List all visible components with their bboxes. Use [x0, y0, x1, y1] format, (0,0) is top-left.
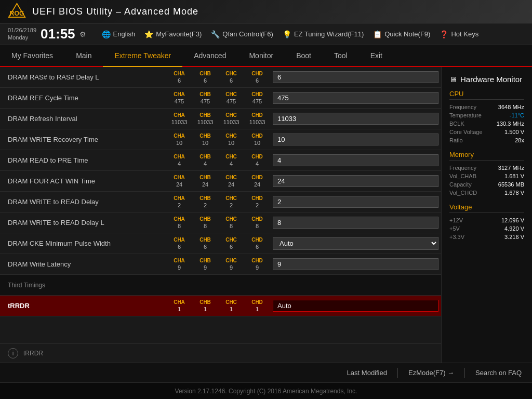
nav-tool[interactable]: Tool [323, 45, 359, 66]
value-input[interactable] [273, 113, 438, 125]
row-channels: CHA9 CHB9 CHC9 CHD9 [166, 257, 270, 271]
section-header: Third Timings [0, 275, 441, 296]
sidebar-row: Capacity 65536 MB [449, 181, 524, 188]
separator [464, 368, 465, 378]
table-row: DRAM FOUR ACT WIN Time CHA24 CHB24 CHC24… [0, 171, 441, 192]
info-row: i tRRDR [0, 343, 441, 363]
app-title: UEFI BIOS Utility – Advanced Mode [32, 6, 198, 17]
value-input[interactable] [273, 196, 438, 208]
topbar-qfan[interactable]: 🔧 Qfan Control(F6) [211, 30, 273, 38]
channel-chd: CHD24 [244, 174, 270, 188]
sidebar-row: Vol_CHCD 1.678 V [449, 190, 524, 196]
topbar-eztuning[interactable]: 💡 EZ Tuning Wizard(F11) [283, 30, 364, 38]
nav-myfavorites[interactable]: My Favorites [0, 45, 64, 66]
selected-table-row[interactable]: tRRDR CHA1 CHB1 CHC1 CHD1 [0, 296, 441, 316]
value-input-selected[interactable] [273, 300, 438, 312]
topbar-quicknote[interactable]: 📋 Quick Note(F9) [373, 30, 430, 38]
channel-chd: CHD10 [244, 132, 270, 147]
table-row: DRAM REF Cycle Time CHA475 CHB475 CHC475… [0, 88, 441, 109]
channel-chc: CHC6 [218, 70, 244, 84]
row-value [270, 175, 441, 187]
channel-chc: CHC10 [218, 132, 244, 147]
myfavorite-icon: ⭐ [144, 30, 153, 38]
last-modified-button[interactable]: Last Modified [347, 369, 387, 377]
channel-chc: CHC8 [218, 216, 244, 230]
value-input[interactable] [273, 154, 438, 166]
sidebar-value: 3648 MHz [498, 104, 524, 110]
channel-cha: CHA2 [166, 195, 192, 209]
value-input[interactable] [273, 71, 438, 83]
value-input[interactable] [273, 258, 438, 270]
value-input[interactable] [273, 217, 438, 229]
row-channels: CHA11033 CHB11033 CHC11033 CHD11033 [166, 112, 270, 126]
row-value [270, 300, 441, 312]
value-input[interactable] [273, 92, 438, 104]
sidebar-label: +12V [449, 217, 463, 223]
channel-chb: CHB9 [192, 257, 218, 271]
channel-chb: CHB2 [192, 195, 218, 209]
svg-text:ROG: ROG [10, 9, 24, 17]
nav-advanced[interactable]: Advanced [182, 45, 237, 66]
content-area: DRAM RAS# to RAS# Delay L CHA6 CHB6 CHC6… [0, 67, 441, 343]
nav-exit[interactable]: Exit [359, 45, 394, 66]
topbar-language-label: English [113, 30, 136, 38]
row-value: Auto [270, 237, 441, 250]
row-channels: CHA2 CHB2 CHC2 CHD2 [166, 195, 270, 209]
navbar: My Favorites Main Extreme Tweaker Advanc… [0, 45, 532, 67]
nav-extremetweaker[interactable]: Extreme Tweaker [103, 45, 182, 67]
topbar: 01/26/2189 Monday 01:55 ⚙ 🌐 English ⭐ My… [0, 23, 532, 45]
row-label: DRAM REF Cycle Time [0, 94, 166, 102]
row-value [270, 92, 441, 104]
ezmode-button[interactable]: EzMode(F7) → [408, 369, 454, 377]
row-label: DRAM WRITE Recovery Time [0, 136, 166, 143]
sidebar-memory-section: Memory Frequency 3127 MHz Vol_CHAB 1.681… [449, 151, 524, 196]
value-input[interactable] [273, 134, 438, 145]
eztuning-icon: 💡 [283, 30, 291, 38]
hotkeys-icon: ❓ [440, 30, 448, 38]
table-row: DRAM RAS# to RAS# Delay L CHA6 CHB6 CHC6… [0, 67, 441, 88]
section-title: Third Timings [8, 282, 45, 289]
sidebar-value: 3127 MHz [498, 165, 524, 171]
sidebar-voltage-title: Voltage [449, 203, 524, 213]
sidebar-row: Temperature -11°C [449, 112, 524, 118]
sidebar-value: 130.3 MHz [497, 121, 524, 127]
channel-chd: CHD4 [244, 153, 270, 167]
channel-cha: CHA9 [166, 257, 192, 271]
table-row: DRAM WRITE Recovery Time CHA10 CHB10 CHC… [0, 129, 441, 150]
channel-chd: CHD11033 [244, 112, 270, 126]
channel-chb: CHB1 [192, 299, 218, 313]
topbar-items: 🌐 English ⭐ MyFavorite(F3) 🔧 Qfan Contro… [102, 30, 524, 38]
nav-main[interactable]: Main [64, 45, 103, 66]
value-input[interactable] [273, 175, 438, 187]
sidebar-cpu-section: CPU Frequency 3648 MHz Temperature -11°C… [449, 90, 524, 143]
channel-chc: CHC24 [218, 174, 244, 188]
sidebar-row: +5V 4.920 V [449, 225, 524, 232]
topbar-language[interactable]: 🌐 English [102, 30, 136, 38]
settings-icon[interactable]: ⚙ [79, 30, 86, 38]
time-display: 01:55 [41, 26, 75, 42]
channel-chb: CHB4 [192, 153, 218, 167]
topbar-hotkeys[interactable]: ❓ Hot Keys [440, 30, 478, 38]
sidebar-title: 🖥 Hardware Monitor [449, 75, 524, 84]
qfan-icon: 🔧 [211, 30, 220, 38]
topbar-myfavorite[interactable]: ⭐ MyFavorite(F3) [144, 30, 202, 38]
rog-logo-icon: ROG [8, 3, 26, 21]
monitor-icon: 🖥 [449, 75, 457, 84]
row-value [270, 196, 441, 208]
row-channels: CHA8 CHB8 CHC8 CHD8 [166, 216, 270, 230]
channel-chd: CHD9 [244, 257, 270, 271]
sidebar: 🖥 Hardware Monitor CPU Frequency 3648 MH… [441, 67, 532, 363]
header: ROG UEFI BIOS Utility – Advanced Mode [0, 0, 532, 23]
channel-chb: CHB6 [192, 70, 218, 84]
row-label: DRAM WRITE to READ Delay L [0, 219, 166, 227]
search-faq-button[interactable]: Search on FAQ [475, 369, 522, 377]
topbar-qfan-label: Qfan Control(F6) [222, 30, 273, 38]
nav-boot[interactable]: Boot [285, 45, 323, 66]
sidebar-row: Ratio 28x [449, 137, 524, 143]
sidebar-value: 1.500 V [504, 129, 524, 135]
table-row: DRAM Write Latency CHA9 CHB9 CHC9 CHD9 [0, 254, 441, 275]
channel-cha: CHA1 [166, 299, 192, 313]
value-select[interactable]: Auto [273, 237, 438, 250]
sidebar-value-temperature: -11°C [510, 112, 524, 118]
nav-monitor[interactable]: Monitor [237, 45, 285, 66]
